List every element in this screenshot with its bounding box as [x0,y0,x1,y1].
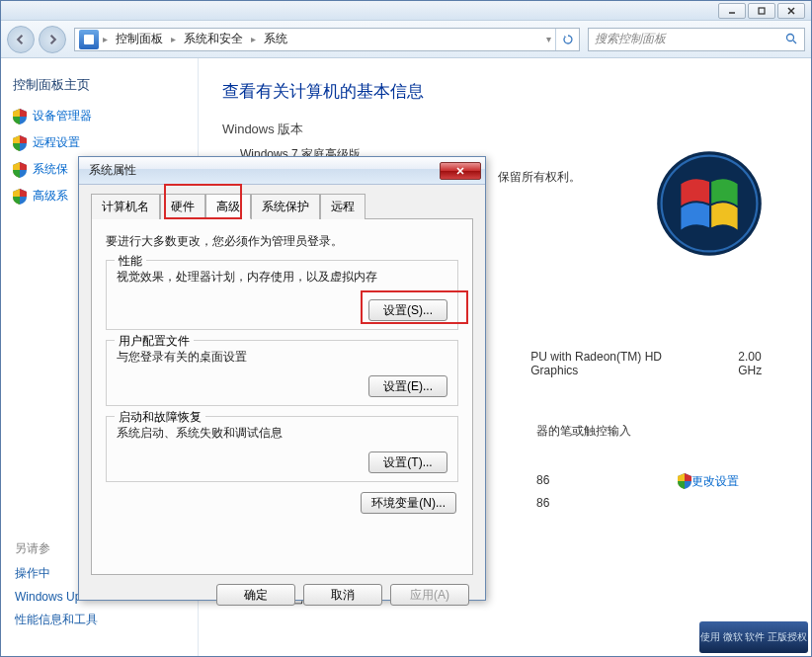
search-input[interactable]: 搜索控制面板 [588,28,805,51]
sidebar-item-label: 设备管理器 [33,108,92,124]
tab-hardware[interactable]: 硬件 [160,194,205,219]
group-performance: 性能 视觉效果，处理器计划，内存使用，以及虚拟内存 设置(S)... [106,260,458,330]
group-startup-recovery: 启动和故障恢复 系统启动、系统失败和调试信息 设置(T)... [106,416,458,482]
maximize-button[interactable] [748,3,775,19]
shield-icon [13,162,27,178]
breadcrumb-item[interactable]: 控制面板 [108,31,171,47]
shield-icon [13,189,27,205]
user-profiles-settings-button[interactable]: 设置(E)... [368,375,447,397]
refresh-button[interactable] [555,29,579,50]
shield-icon [13,109,27,124]
group-desc: 系统启动、系统失败和调试信息 [117,425,447,442]
breadcrumb-item[interactable]: 系统和安全 [176,31,251,47]
svg-rect-1 [759,8,765,14]
group-desc: 与您登录有关的桌面设置 [117,349,447,366]
chevron-down-icon[interactable]: ▾ [546,34,551,44]
back-button[interactable] [7,26,35,53]
sidebar-item-label: 系统保 [33,161,68,178]
tab-protection[interactable]: 系统保护 [251,194,320,219]
svg-point-4 [787,35,794,41]
tab-strip: 计算机名 硬件 高级 系统保护 远程 [91,193,473,219]
group-legend: 用户配置文件 [115,333,194,350]
sidebar-item-label: 高级系 [33,188,68,205]
sidebar-item-remote[interactable]: 远程设置 [13,134,186,151]
cancel-button[interactable]: 取消 [303,584,382,606]
dialog-title: 系统属性 [89,162,136,179]
sidebar-title: 控制面板主页 [13,76,186,94]
shield-icon [13,135,27,151]
breadcrumb[interactable]: ▸ 控制面板 ▸ 系统和安全 ▸ 系统 ▾ [74,28,580,51]
change-settings-link[interactable]: 更改设置 [691,473,739,490]
search-placeholder: 搜索控制面板 [595,31,666,47]
group-legend: 性能 [115,253,146,270]
windows-logo-icon [655,149,764,258]
watermark: 使用 微软 软件 正版授权 [699,621,808,653]
section-edition: Windows 版本 [222,121,787,138]
toolbar: ▸ 控制面板 ▸ 系统和安全 ▸ 系统 ▾ 搜索控制面板 [1,21,811,58]
forward-button[interactable] [39,26,66,53]
minimize-button[interactable] [718,3,746,19]
page-title: 查看有关计算机的基本信息 [222,80,787,103]
admin-note: 要进行大多数更改，您必须作为管理员登录。 [106,233,458,250]
group-desc: 视觉效果，处理器计划，内存使用，以及虚拟内存 [117,269,447,286]
environment-variables-button[interactable]: 环境变量(N)... [361,492,456,514]
sidebar-item-label: 远程设置 [33,134,80,151]
close-button[interactable] [777,3,805,19]
svg-line-5 [793,41,796,43]
dialog-body: 计算机名 硬件 高级 系统保护 远程 要进行大多数更改，您必须作为管理员登录。 … [79,185,485,575]
group-legend: 启动和故障恢复 [115,409,205,426]
sidebar-item-device-manager[interactable]: 设备管理器 [13,108,186,124]
tab-remote[interactable]: 远程 [320,194,365,219]
performance-settings-button[interactable]: 设置(S)... [368,299,447,321]
dialog-close-button[interactable] [440,162,481,180]
group-user-profiles: 用户配置文件 与您登录有关的桌面设置 设置(E)... [106,340,458,406]
env-row: 环境变量(N)... [106,492,458,514]
dialog-titlebar: 系统属性 [79,157,485,185]
tab-page-advanced: 要进行大多数更改，您必须作为管理员登录。 性能 视觉效果，处理器计划，内存使用，… [91,219,473,575]
system-properties-dialog: 系统属性 计算机名 硬件 高级 系统保护 远程 要进行大多数更改，您必须作为管理… [78,156,486,601]
shield-icon [678,473,691,489]
search-icon [785,33,798,45]
tab-advanced[interactable]: 高级 [205,194,251,219]
dialog-footer: 确定 取消 应用(A) [79,575,485,615]
tab-computer-name[interactable]: 计算机名 [91,194,160,219]
window-titlebar [1,1,811,21]
apply-button[interactable]: 应用(A) [390,584,469,606]
ok-button[interactable]: 确定 [216,584,295,606]
startup-settings-button[interactable]: 设置(T)... [368,452,447,473]
breadcrumb-item[interactable]: 系统 [256,31,295,47]
control-panel-icon [79,30,99,49]
